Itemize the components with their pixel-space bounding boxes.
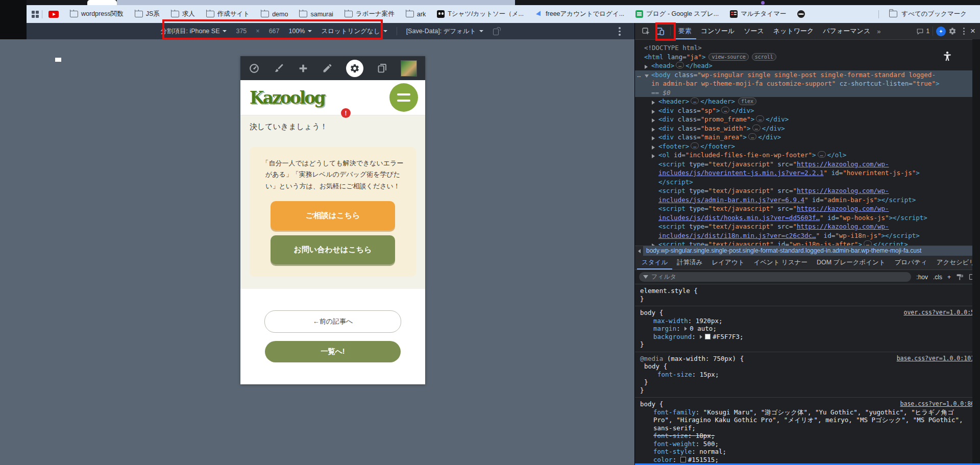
dashboard-gauge-icon[interactable] — [249, 63, 260, 74]
dom-tree-row[interactable]: <!DOCTYPE html> — [635, 43, 980, 53]
edit-pencil-icon[interactable] — [322, 63, 333, 74]
css-declaration[interactable]: color: #151515; — [640, 456, 975, 464]
css-declaration[interactable]: font-weight: 500; — [640, 440, 975, 448]
bookmark-item[interactable]: JS系 — [135, 10, 160, 18]
expand-value-icon[interactable] — [684, 327, 687, 331]
expand-arrow-icon[interactable] — [652, 145, 655, 150]
bookmark-item[interactable]: 作成サイト — [206, 10, 250, 18]
stylesheet-link[interactable]: base.css?ver=1.0.0:86 — [900, 400, 974, 408]
styles-tab-DOM ブレークポイント[interactable]: DOM ブレークポイント — [812, 256, 890, 270]
dom-tree-row[interactable]: <script type="text/javascript" src="http… — [635, 204, 980, 222]
tab-コンソール[interactable]: コンソール — [696, 23, 739, 39]
hamburger-menu-button[interactable] — [389, 83, 418, 112]
bookmark-item[interactable]: wordpress関数 — [70, 10, 124, 18]
apps-grid-icon[interactable] — [32, 11, 39, 18]
settings-gear-icon[interactable] — [948, 27, 957, 35]
devtools-menu-icon[interactable] — [963, 27, 965, 36]
color-swatch[interactable] — [705, 334, 710, 339]
filter-toggle[interactable]: .cls — [933, 274, 942, 281]
css-declaration[interactable]: background: #F5F7F3; — [640, 333, 975, 341]
dom-tree-row[interactable]: <script type="text/javascript" src="http… — [635, 222, 980, 240]
bookmark-item[interactable] — [48, 11, 59, 18]
save-data-select[interactable]: [Save-Data]: デフォルト — [406, 27, 483, 36]
rule-selector[interactable]: element.style { — [640, 287, 975, 295]
rule-selector[interactable]: body { — [640, 362, 975, 371]
styles-tab-イベント リスナー[interactable]: イベント リスナー — [749, 256, 812, 270]
viewport-width-input[interactable]: 375 — [236, 28, 247, 35]
filter-toggle[interactable]: :hov — [916, 274, 928, 281]
css-declaration[interactable]: font-style: normal; — [640, 448, 975, 456]
more-tabs-button[interactable]: » — [877, 28, 880, 35]
css-declaration[interactable]: font-size: 18px; — [640, 432, 975, 440]
rendering-emulation-icon[interactable] — [956, 273, 964, 281]
expand-arrow-icon[interactable] — [652, 154, 655, 158]
viewport-height-input[interactable]: 667 — [269, 28, 280, 35]
gear-circle-icon[interactable] — [346, 60, 363, 77]
dom-tree-row[interactable]: <div class="base_width">…</div> — [635, 124, 980, 133]
bookmark-item[interactable]: マルチタイマー — [730, 10, 786, 18]
bookmark-item[interactable]: ark — [406, 11, 426, 18]
filter-toggle[interactable]: + — [947, 274, 951, 281]
customize-brush-icon[interactable] — [273, 63, 284, 74]
consult-button[interactable]: ご相談はこちら — [271, 201, 395, 230]
device-toolbar-menu-icon[interactable] — [619, 27, 621, 37]
expand-arrow-icon[interactable] — [645, 65, 648, 69]
new-plus-icon[interactable] — [298, 63, 309, 74]
element-badge[interactable]: flex — [738, 97, 756, 105]
dom-tree-row[interactable]: <div class="sp">…</div> — [635, 106, 980, 115]
expand-arrow-icon[interactable] — [652, 243, 655, 246]
bookmark-item[interactable]: demo — [261, 11, 288, 18]
css-declaration[interactable]: max-width: 1920px; — [640, 317, 975, 325]
dom-tree-row[interactable]: …<body class="wp-singular single single-… — [635, 70, 980, 97]
dom-tree-row[interactable]: <html lang="ja">view-sourcescroll — [635, 53, 980, 62]
tab-要素[interactable]: 要素 — [674, 23, 696, 39]
breadcrumb-scroll-left[interactable] — [635, 246, 643, 256]
pages-copy-icon[interactable] — [377, 63, 387, 74]
bookmark-item[interactable]: Tシャツ/カットソー（メ... — [437, 10, 524, 18]
expand-ellipsis-chip[interactable]: … — [756, 115, 764, 122]
stylesheet-link[interactable]: over.css?ver=1.0.0:5 — [904, 309, 974, 317]
expand-ellipsis-chip[interactable]: … — [721, 107, 729, 113]
expand-arrow-icon[interactable] — [652, 136, 655, 140]
contact-button[interactable]: お問い合わせはこちら — [271, 235, 395, 264]
dom-tree-row[interactable]: <script type="text/javascript" src="http… — [635, 160, 980, 187]
inspect-element-icon[interactable] — [642, 27, 650, 36]
stylesheet-link[interactable]: base.css?ver=1.0.0:101 — [897, 355, 974, 363]
zoom-select[interactable]: 100% — [289, 28, 312, 35]
dom-tree-row[interactable]: <script type="text/javascript" id="wp-i1… — [635, 240, 980, 246]
element-badge[interactable]: scroll — [752, 53, 776, 61]
expand-ellipsis-chip[interactable]: … — [864, 240, 872, 246]
expand-arrow-icon[interactable] — [652, 101, 655, 105]
expand-ellipsis-chip[interactable]: … — [676, 62, 684, 68]
css-declaration[interactable]: font-family: "Kosugi Maru", "游ゴシック体", "Y… — [640, 408, 975, 432]
device-select[interactable]: 分割項目: iPhone SE — [160, 27, 227, 36]
expand-ellipsis-chip[interactable]: … — [748, 133, 756, 140]
devtools-assistant-icon[interactable] — [936, 27, 946, 36]
rotate-device-icon[interactable] — [493, 27, 501, 35]
bookmark-item[interactable]: ブログ - Google スプレ... — [635, 10, 719, 18]
tab-パフォーマンス[interactable]: パフォーマンス — [818, 23, 875, 39]
console-messages-button[interactable]: 1 — [916, 28, 929, 35]
breadcrumb[interactable]: body.wp-singular.single.single-post.sing… — [643, 246, 972, 256]
expand-arrow-icon[interactable] — [652, 110, 655, 114]
css-declaration[interactable]: font-size: 15px; — [640, 371, 975, 379]
dom-tree-row[interactable]: <head>…</head> — [635, 61, 980, 70]
dom-tree-row[interactable]: <ol id="included-files-fie-on-wp-footer"… — [635, 151, 980, 160]
expand-arrow-icon[interactable] — [652, 128, 655, 132]
bookmark-item[interactable]: 求人 — [171, 10, 195, 18]
avatar[interactable] — [401, 60, 417, 77]
styles-filter-input[interactable]: フィルタ — [639, 272, 911, 282]
styles-tab-スタイル[interactable]: スタイル — [637, 256, 672, 270]
element-badge[interactable]: view-source — [708, 53, 748, 61]
site-logo[interactable]: Kazoolog — [250, 88, 324, 108]
expand-ellipsis-chip[interactable]: … — [818, 151, 826, 158]
previous-post-button[interactable]: ←前の記事へ — [264, 310, 401, 333]
dom-tree-row[interactable]: <div class="main_area">…</div> — [635, 133, 980, 142]
tab-ソース[interactable]: ソース — [739, 23, 769, 39]
bookmark-item[interactable]: freeeアカウントでログイ... — [535, 10, 624, 18]
expand-arrow-icon[interactable] — [652, 118, 655, 123]
tab-ネットワーク[interactable]: ネットワーク — [769, 23, 819, 39]
close-devtools-button[interactable]: × — [970, 26, 975, 36]
expand-ellipsis-chip[interactable]: … — [752, 125, 761, 131]
color-swatch[interactable] — [680, 457, 686, 462]
